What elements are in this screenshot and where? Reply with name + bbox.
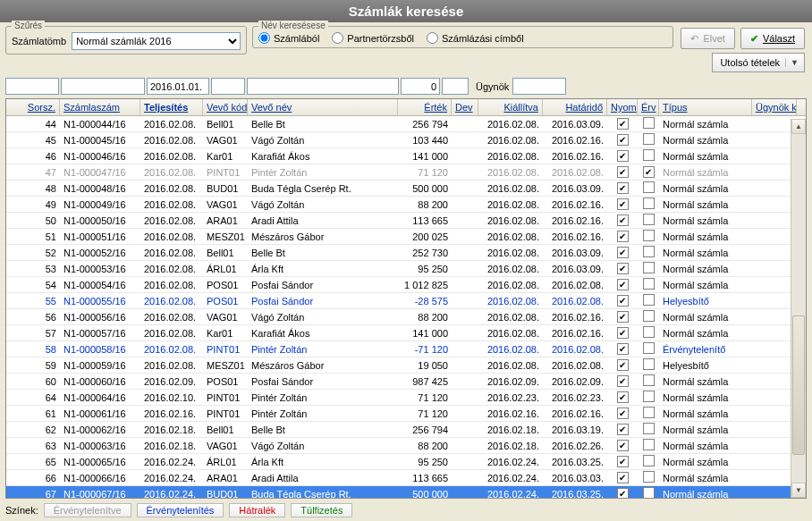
checkbox-icon[interactable]: ✔ [617,424,629,435]
table-row[interactable]: 60N1-000060/162016.02.09.POS01Posfai Sán… [6,374,806,390]
checkbox-icon[interactable]: ✔ [617,247,629,258]
table-row[interactable]: 53N1-000053/162016.02.08.ÁRL01Árla Kft95… [6,261,806,277]
table-row[interactable]: 58N1-000058/162016.02.08.PINT01Pintér Zo… [6,341,806,357]
radio-szamlabol[interactable]: Számlából [258,32,319,44]
szamlatömb-select[interactable]: Normál számlák 2016 [72,32,241,50]
checkbox-icon[interactable] [643,423,655,434]
checkbox-icon[interactable]: ✔ [617,391,629,403]
header-ugynokkod[interactable]: Ügynök kó [752,99,797,115]
table-row[interactable]: 50N1-000050/162016.02.08.ARA01Aradi Atti… [6,213,806,229]
table-row[interactable]: 59N1-000059/162016.02.08.MESZ01Mészáros … [6,357,806,374]
checkbox-icon[interactable] [643,310,655,322]
radio-partnertorzsbol[interactable]: Partnertörzsből [332,32,414,44]
header-szamlaszam[interactable]: Számlaszám [60,99,140,115]
checkbox-icon[interactable]: ✔ [617,214,629,226]
utolso-tetelek-dropdown[interactable]: Utolsó tételek ▼ [712,53,805,72]
checkbox-icon[interactable] [643,197,655,209]
table-row[interactable]: 51N1-000051/162016.02.08.MESZ01Mészáros … [6,229,806,245]
radio-partnertorzsbol-input[interactable] [332,32,343,44]
table-row[interactable]: 57N1-000057/162016.02.08.Kar01Karafiát Á… [6,325,806,341]
checkbox-icon[interactable] [643,471,655,483]
checkbox-icon[interactable]: ✔ [617,488,629,498]
checkbox-icon[interactable] [643,374,655,386]
table-row[interactable]: 66N1-000066/162016.02.24.ARA01Aradi Atti… [6,470,806,486]
table-row[interactable]: 44N1-000044/162016.02.08.Bell01Belle Bt2… [6,116,806,132]
table-row[interactable]: 48N1-000048/162016.02.08.BUD01Buda Tégla… [6,181,806,197]
checkbox-icon[interactable] [643,230,655,241]
header-teljesites[interactable]: Teljesítés [140,99,203,115]
scroll-thumb[interactable] [792,315,805,455]
radio-szamlazasi-cimbol[interactable]: Számlázási címből [427,32,524,44]
table-row[interactable]: 67N1-000067/162016.02.24.BUD01Buda Tégla… [6,486,806,498]
table-row[interactable]: 56N1-000056/162016.02.08.VAG01Vágó Zoltá… [6,309,806,325]
checkbox-icon[interactable] [643,294,655,306]
elvet-button[interactable]: ↶ Elvet [681,28,734,49]
checkbox-icon[interactable]: ✔ [617,343,629,355]
vertical-scrollbar[interactable]: ▲ ▼ [791,119,806,498]
table-row[interactable]: 47N1-000047/162016.02.08.PINT01Pintér Zo… [6,164,806,181]
header-ervenytelenitve[interactable]: Érv [638,99,659,115]
scroll-down-icon[interactable]: ▼ [791,483,806,498]
filter-ugynok-input[interactable] [512,78,566,95]
table-row[interactable]: 61N1-000061/162016.02.16.PINT01Pintér Zo… [6,406,806,422]
checkbox-icon[interactable]: ✔ [617,118,629,130]
checkbox-icon[interactable] [643,133,655,145]
radio-szamlabol-input[interactable] [258,32,270,44]
table-row[interactable]: 46N1-000046/162016.02.08.Kar01Karafiát Á… [6,148,806,164]
header-dev[interactable]: Dev [452,99,478,115]
checkbox-icon[interactable]: ✔ [617,279,629,290]
header-vevokod[interactable]: Vevő kód [203,99,248,115]
header-vevonev[interactable]: Vevő név [248,99,398,115]
checkbox-icon[interactable] [643,455,655,466]
header-sorsz[interactable]: Sorsz. [6,99,60,115]
checkbox-icon[interactable] [643,326,655,338]
filter-sorsz-input[interactable] [5,78,59,95]
filter-vevokod-input[interactable] [211,78,245,95]
checkbox-icon[interactable] [643,262,655,273]
scroll-up-icon[interactable]: ▲ [791,119,806,134]
checkbox-icon[interactable] [643,214,655,225]
filter-dev-input[interactable] [442,78,469,95]
checkbox-icon[interactable]: ✔ [617,327,629,339]
table-row[interactable]: 62N1-000062/162016.02.18.Bell01Belle Bt2… [6,422,806,438]
filter-teljesites-input[interactable] [147,78,209,95]
table-row[interactable]: 63N1-000063/162016.02.18.VAG01Vágó Zoltá… [6,438,806,454]
checkbox-icon[interactable]: ✔ [617,456,629,467]
checkbox-icon[interactable] [643,439,655,450]
header-hatarido[interactable]: Határidő [543,99,607,115]
table-row[interactable]: 49N1-000049/162016.02.08.VAG01Vágó Zoltá… [6,197,806,213]
checkbox-icon[interactable]: ✔ [617,440,629,451]
checkbox-icon[interactable] [643,278,655,290]
checkbox-icon[interactable] [643,487,655,498]
table-row[interactable]: 52N1-000052/162016.02.08.Bell01Belle Bt2… [6,245,806,261]
header-tipus[interactable]: Típus [659,99,752,115]
checkbox-icon[interactable]: ✔ [617,182,629,194]
checkbox-icon[interactable] [643,391,655,402]
table-row[interactable]: 65N1-000065/162016.02.24.ÁRL01Árla Kft95… [6,454,806,470]
radio-szamlazasi-cimbol-input[interactable] [427,32,438,44]
checkbox-icon[interactable] [643,117,655,129]
checkbox-icon[interactable]: ✔ [617,263,629,274]
checkbox-icon[interactable] [643,246,655,257]
checkbox-icon[interactable]: ✔ [617,472,629,483]
header-kiallitva[interactable]: Kiállítva [478,99,543,115]
checkbox-icon[interactable]: ✔ [617,198,629,210]
checkbox-icon[interactable] [643,407,655,418]
checkbox-icon[interactable]: ✔ [617,166,629,178]
header-ertek[interactable]: Érték [398,99,452,115]
checkbox-icon[interactable]: ✔ [617,311,629,323]
table-row[interactable]: 45N1-000045/162016.02.08.VAG01Vágó Zoltá… [6,132,806,148]
filter-szamlaszam-input[interactable] [61,78,145,95]
checkbox-icon[interactable]: ✔ [617,231,629,242]
table-row[interactable]: 54N1-000054/162016.02.08.POS01Posfai Sán… [6,277,806,293]
checkbox-icon[interactable]: ✔ [617,408,629,419]
filter-ertek-input[interactable] [401,78,440,95]
table-row[interactable]: 55N1-000055/162016.02.08.POS01Posfai Sán… [6,293,806,309]
checkbox-icon[interactable]: ✔ [617,375,629,387]
checkbox-icon[interactable]: ✔ [617,295,629,307]
checkbox-icon[interactable]: ✔ [617,359,629,371]
valaszt-button[interactable]: ✔ Választ [740,28,805,49]
checkbox-icon[interactable]: ✔ [617,150,629,162]
header-nyomtatva[interactable]: Nyom [607,99,638,115]
checkbox-icon[interactable] [643,181,655,193]
